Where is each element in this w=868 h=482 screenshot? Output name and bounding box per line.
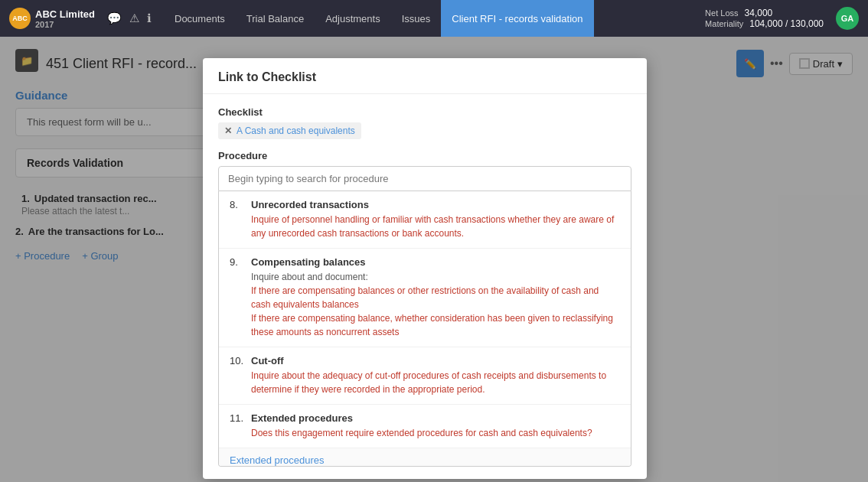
info-icon[interactable]: ℹ [147,11,152,25]
company-info: ABC ABC Limited 2017 [9,8,95,29]
proc-10-desc: Inquire about the adequacy of cut-off pr… [251,369,620,396]
checklist-tag-text: A Cash and cash equivalents [237,125,355,136]
proc-11-title: Extended procedures [251,412,353,424]
procedure-list[interactable]: 8. Unrecorded transactions Inquire of pe… [218,191,631,467]
procedure-search-input[interactable] [218,166,631,191]
materiality-value: 104,000 / 130,000 [749,18,824,29]
procedure-field-label: Procedure [218,150,631,161]
checklist-field-label: Checklist [218,106,631,118]
top-nav: ABC ABC Limited 2017 💬 ⚠ ℹ Documents Tri… [0,0,868,37]
proc-11-num: 11. [230,412,245,424]
modal-body: Checklist ✕ A Cash and cash equivalents … [203,94,647,479]
proc-10-title: Cut-off [251,355,284,366]
proc-10-num: 10. [230,355,245,366]
link-to-checklist-modal: Link to Checklist Checklist ✕ A Cash and… [203,58,647,479]
proc-8-num: 8. [230,199,245,210]
user-avatar[interactable]: GA [836,7,859,30]
remove-checklist-tag-button[interactable]: ✕ [224,125,232,136]
proc-9-desc: Inquire about and document: If there are… [251,270,620,339]
warning-icon[interactable]: ⚠ [129,11,139,25]
procedure-item-11[interactable]: 11. Extended procedures Does this engage… [219,405,631,448]
nav-adjustments[interactable]: Adjustments [315,0,391,37]
company-year: 2017 [35,20,95,29]
proc-9-title: Compensating balances [251,256,366,268]
nav-documents[interactable]: Documents [164,0,236,37]
materiality-label: Materiality [705,19,743,28]
net-loss-label: Net Loss [705,8,738,18]
chat-icon[interactable]: 💬 [107,11,122,25]
nav-right: Net Loss 34,000 Materiality 104,000 / 13… [705,7,859,30]
procedure-item-10[interactable]: 10. Cut-off Inquire about the adequacy o… [219,347,631,405]
proc-11-desc: Does this engagement require extended pr… [251,426,620,440]
proc-9-num: 9. [230,256,245,268]
checklist-tag: ✕ A Cash and cash equivalents [218,122,361,139]
proc-8-desc: Inquire of personnel handling or familia… [251,213,620,240]
company-name: ABC Limited [35,8,95,20]
procedure-item-9[interactable]: 9. Compensating balances Inquire about a… [219,249,631,347]
company-initials: ABC [12,15,28,22]
net-loss-value: 34,000 [745,8,773,18]
nav-icons-group: 💬 ⚠ ℹ [107,11,152,25]
main-content: 📁 451 Client RFI - record... ✏️ ••• Draf… [0,37,868,482]
nav-client-rfi[interactable]: Client RFI - records validation [441,0,593,37]
nav-trial-balance[interactable]: Trial Balance [236,0,315,37]
proc-8-title: Unrecorded transactions [251,199,369,210]
procedure-item-8[interactable]: 8. Unrecorded transactions Inquire of pe… [219,191,631,249]
modal-title: Link to Checklist [203,58,647,94]
extended-procedures-section[interactable]: Extended procedures [219,448,631,467]
search-input-wrap [218,166,631,191]
nav-links: Documents Trial Balance Adjustments Issu… [164,0,594,37]
nav-issues[interactable]: Issues [391,0,442,37]
company-logo: ABC [9,8,31,29]
